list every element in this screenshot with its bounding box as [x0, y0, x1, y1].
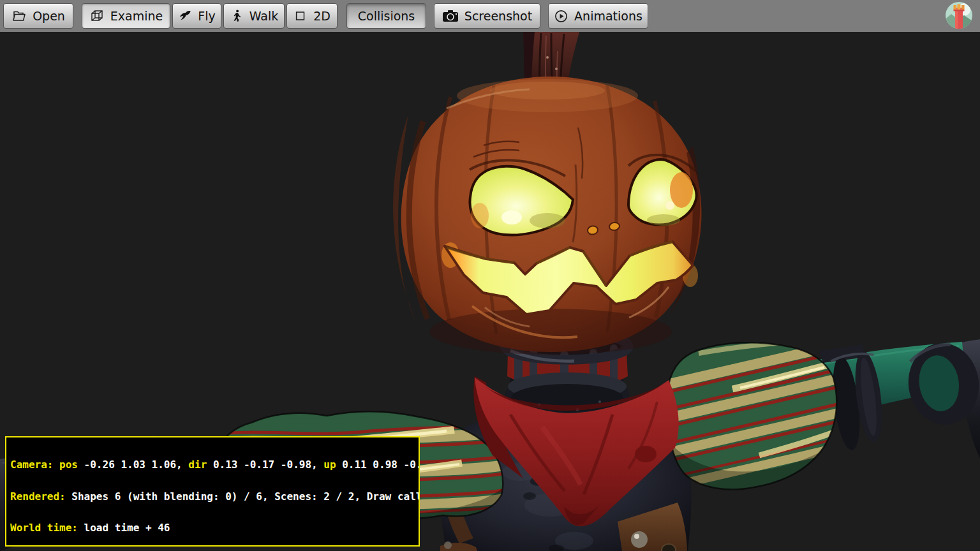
camera-pos-value: -0.26 1.03 1.06, [78, 459, 188, 471]
walk-label: Walk [249, 9, 279, 23]
square-outline-icon [293, 9, 308, 23]
rendered-value: Shapes 6 (with blending: 0) / 6, Scenes:… [66, 490, 420, 503]
camera-up-label: up [323, 459, 336, 471]
status-line-world-time: World time: load time + 46 [10, 523, 415, 534]
walk-mode-button[interactable]: Walk [223, 3, 285, 29]
toolbar: Open Examine Fly Walk 2D [0, 0, 980, 32]
play-circle-icon [554, 9, 568, 24]
world-time-value: load time + 46 [78, 522, 170, 534]
camera-dir-label: dir [188, 459, 207, 471]
walking-person-icon [230, 9, 244, 23]
bird-icon [178, 9, 192, 23]
fly-mode-button[interactable]: Fly [172, 3, 221, 29]
screenshot-label: Screenshot [464, 9, 532, 23]
animations-button[interactable]: Animations [548, 3, 648, 29]
2d-mode-button[interactable]: 2D [286, 3, 338, 29]
collisions-toggle-button[interactable]: Collisions [346, 3, 426, 29]
camera-up-value: 0.11 0.98 -0.16 [336, 459, 420, 471]
camera-pos-label: Camera: pos [10, 459, 78, 471]
world-time-label: World time: [10, 522, 78, 534]
collisions-label: Collisions [358, 9, 415, 23]
status-overlay: Camera: pos -0.26 1.03 1.06, dir 0.13 -0… [5, 436, 420, 547]
fly-label: Fly [198, 9, 215, 23]
animations-label: Animations [574, 9, 642, 23]
cube-wireframe-icon [89, 8, 105, 24]
castle-game-engine-logo-icon [945, 1, 973, 29]
viewport-3d[interactable]: Camera: pos -0.26 1.03 1.06, dir 0.13 -0… [0, 32, 980, 551]
right-sleeve [658, 338, 845, 500]
open-button[interactable]: Open [3, 3, 73, 29]
screenshot-button[interactable]: Screenshot [434, 3, 540, 29]
pumpkin-head [393, 77, 701, 355]
open-label: Open [33, 9, 65, 23]
camera-icon [442, 9, 459, 23]
camera-dir-value: 0.13 -0.17 -0.98, [207, 459, 323, 471]
status-line-rendered: Rendered: Shapes 6 (with blending: 0) / … [10, 492, 415, 503]
open-folder-icon [11, 8, 27, 24]
rendered-label: Rendered: [10, 490, 66, 503]
examine-mode-button[interactable]: Examine [82, 3, 170, 29]
examine-label: Examine [110, 9, 163, 23]
status-line-camera: Camera: pos -0.26 1.03 1.06, dir 0.13 -0… [10, 460, 415, 471]
2d-label: 2D [313, 9, 330, 23]
